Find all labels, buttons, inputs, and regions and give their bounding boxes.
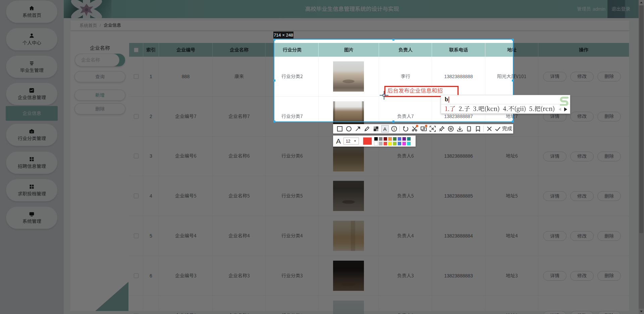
svg-text:1: 1 (393, 127, 395, 131)
svg-text:A: A (423, 127, 425, 130)
